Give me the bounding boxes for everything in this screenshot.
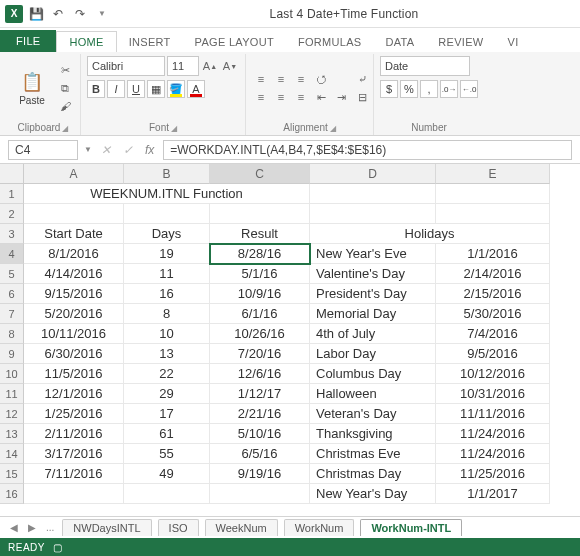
row-header-11[interactable]: 11 (0, 384, 24, 404)
column-header-B[interactable]: B (124, 164, 210, 184)
align-middle-icon[interactable]: ≡ (272, 71, 290, 87)
cell[interactable]: 3/17/2016 (24, 444, 124, 464)
fill-color-button[interactable]: 🪣 (167, 80, 185, 98)
sheet-nav-next-icon[interactable]: ▶ (26, 522, 38, 533)
cell[interactable]: 1/12/17 (210, 384, 310, 404)
cell[interactable]: 5/1/16 (210, 264, 310, 284)
row-header-6[interactable]: 6 (0, 284, 24, 304)
copy-icon[interactable]: ⧉ (56, 80, 74, 96)
align-bottom-icon[interactable]: ≡ (292, 71, 310, 87)
cell[interactable]: 55 (124, 444, 210, 464)
paste-button[interactable]: 📋 Paste (12, 71, 52, 106)
cell[interactable]: 12/1/2016 (24, 384, 124, 404)
cell[interactable]: 10/12/2016 (436, 364, 550, 384)
cell[interactable]: Columbus Day (310, 364, 436, 384)
cell[interactable]: 12/6/16 (210, 364, 310, 384)
cell[interactable]: 10/31/2016 (436, 384, 550, 404)
cell[interactable] (310, 204, 436, 224)
cell[interactable]: Start Date (24, 224, 124, 244)
cell[interactable]: Veteran's Day (310, 404, 436, 424)
save-icon[interactable]: 💾 (26, 4, 46, 24)
cell[interactable]: 4/14/2016 (24, 264, 124, 284)
cut-icon[interactable]: ✂ (56, 62, 74, 78)
cell[interactable]: Halloween (310, 384, 436, 404)
cell[interactable]: 1/1/2017 (436, 484, 550, 504)
cell[interactable]: 22 (124, 364, 210, 384)
cell[interactable]: 8/28/16 (210, 244, 310, 264)
row-header-15[interactable]: 15 (0, 464, 24, 484)
cell[interactable]: 17 (124, 404, 210, 424)
sheet-tab-weeknum[interactable]: WeekNum (205, 519, 278, 536)
merge-center-button[interactable]: ⊟ (358, 89, 367, 105)
cells-area[interactable]: WEEKNUM.ITNL FunctionStart DateDaysResul… (24, 184, 550, 504)
cell[interactable]: 61 (124, 424, 210, 444)
border-button[interactable]: ▦ (147, 80, 165, 98)
cell[interactable]: Valentine's Day (310, 264, 436, 284)
cell[interactable]: Thanksgiving (310, 424, 436, 444)
column-header-E[interactable]: E (436, 164, 550, 184)
cell[interactable]: 11/5/2016 (24, 364, 124, 384)
format-painter-icon[interactable]: 🖌 (56, 98, 74, 114)
cell[interactable]: 5/10/16 (210, 424, 310, 444)
tab-review[interactable]: REVIEW (426, 32, 495, 52)
tab-formulas[interactable]: FORMULAS (286, 32, 374, 52)
title-cell[interactable]: WEEKNUM.ITNL Function (24, 184, 310, 204)
align-left-icon[interactable]: ≡ (252, 89, 270, 105)
undo-icon[interactable]: ↶ (48, 4, 68, 24)
number-format-select[interactable]: Date (380, 56, 470, 76)
cell[interactable]: 11/25/2016 (436, 464, 550, 484)
cell[interactable]: New Year's Eve (310, 244, 436, 264)
comma-button[interactable]: , (420, 80, 438, 98)
decrease-font-icon[interactable]: A▼ (221, 58, 239, 74)
cell[interactable]: 10/26/16 (210, 324, 310, 344)
column-header-D[interactable]: D (310, 164, 436, 184)
name-box[interactable]: C4 (8, 140, 78, 160)
row-header-13[interactable]: 13 (0, 424, 24, 444)
enter-formula-icon[interactable]: ✓ (120, 143, 136, 157)
sheet-tab-nwdaysintl[interactable]: NWDaysINTL (62, 519, 151, 536)
cell[interactable]: 11/11/2016 (436, 404, 550, 424)
cell[interactable]: 8/1/2016 (24, 244, 124, 264)
cell[interactable]: 10/11/2016 (24, 324, 124, 344)
tab-insert[interactable]: INSERT (117, 32, 183, 52)
cell[interactable]: 6/5/16 (210, 444, 310, 464)
cell[interactable] (24, 204, 124, 224)
cell[interactable]: 6/30/2016 (24, 344, 124, 364)
cell[interactable]: 2/15/2016 (436, 284, 550, 304)
cell[interactable]: Christmas Day (310, 464, 436, 484)
column-header-A[interactable]: A (24, 164, 124, 184)
cell[interactable]: Christmas Eve (310, 444, 436, 464)
cell[interactable]: Labor Day (310, 344, 436, 364)
decrease-decimal-button[interactable]: ←.0 (460, 80, 478, 98)
cell[interactable] (436, 204, 550, 224)
cell[interactable] (124, 204, 210, 224)
cell[interactable]: Memorial Day (310, 304, 436, 324)
align-center-icon[interactable]: ≡ (272, 89, 290, 105)
sheet-nav-prev-icon[interactable]: ◀ (8, 522, 20, 533)
wrap-text-button[interactable]: ⤶ (358, 71, 367, 87)
sheet-tab-worknumintl[interactable]: WorkNum-INTL (360, 519, 462, 536)
cell[interactable] (124, 484, 210, 504)
cell[interactable] (210, 484, 310, 504)
row-header-8[interactable]: 8 (0, 324, 24, 344)
redo-icon[interactable]: ↷ (70, 4, 90, 24)
cell[interactable] (436, 184, 550, 204)
cell[interactable]: 29 (124, 384, 210, 404)
cell[interactable]: Holidays (310, 224, 550, 244)
bold-button[interactable]: B (87, 80, 105, 98)
row-header-4[interactable]: 4 (0, 244, 24, 264)
sheet-tab-worknum[interactable]: WorkNum (284, 519, 355, 536)
row-header-12[interactable]: 12 (0, 404, 24, 424)
cell[interactable]: 4th of July (310, 324, 436, 344)
cell[interactable]: 19 (124, 244, 210, 264)
row-header-3[interactable]: 3 (0, 224, 24, 244)
orientation-icon[interactable]: ⭯ (312, 71, 330, 87)
cell[interactable]: 1/25/2016 (24, 404, 124, 424)
align-top-icon[interactable]: ≡ (252, 71, 270, 87)
worksheet-grid[interactable]: ABCDE 12345678910111213141516 WEEKNUM.IT… (0, 164, 580, 516)
increase-font-icon[interactable]: A▲ (201, 58, 219, 74)
cancel-formula-icon[interactable]: ✕ (98, 143, 114, 157)
tab-data[interactable]: DATA (373, 32, 426, 52)
qat-dropdown-icon[interactable]: ▼ (92, 4, 112, 24)
row-header-1[interactable]: 1 (0, 184, 24, 204)
